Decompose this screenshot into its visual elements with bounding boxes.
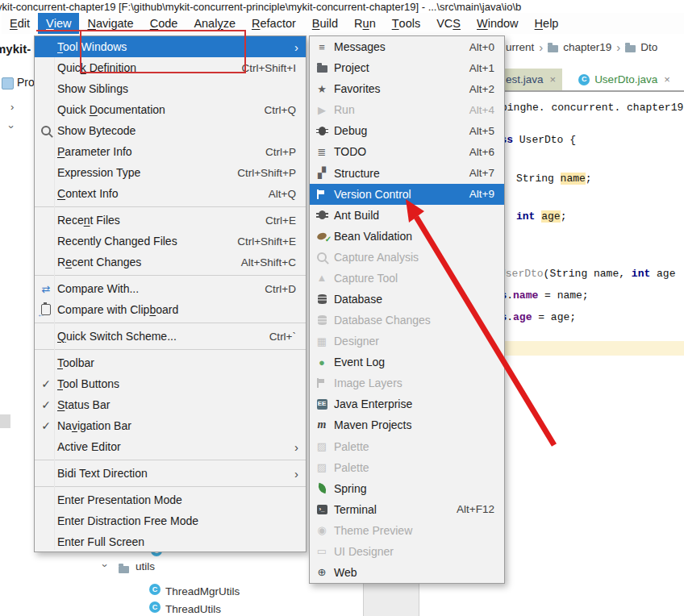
menu-item-label: Status Bar bbox=[57, 398, 110, 411]
tool-windows-item-database[interactable]: Database bbox=[310, 289, 504, 310]
menu-item-icon-cell bbox=[35, 304, 57, 315]
menubar-item-build[interactable]: Build bbox=[304, 13, 346, 34]
tool-windows-item-favorites[interactable]: ★FavoritesAlt+2 bbox=[310, 78, 504, 99]
breadcrumb[interactable]: mykit- bbox=[0, 42, 31, 56]
chevron-down-icon[interactable]: › bbox=[6, 125, 18, 128]
tool-windows-item-ant-build[interactable]: Ant Build bbox=[310, 205, 504, 226]
menubar-item-refactor[interactable]: Refactor bbox=[244, 13, 304, 34]
tool-windows-item-java-enterprise[interactable]: EEJava Enterprise bbox=[310, 393, 504, 414]
close-tab-icon[interactable]: × bbox=[662, 73, 670, 85]
breadcrumb-item[interactable]: chapter19 bbox=[563, 41, 611, 53]
view-menu-item-active-editor[interactable]: Active Editor› bbox=[35, 436, 306, 457]
menu-item-label: Bean Validation bbox=[334, 230, 412, 243]
view-menu-item-recent-changes[interactable]: Recent ChangesAlt+Shift+C bbox=[35, 252, 306, 273]
chevron-right-icon[interactable]: › bbox=[10, 101, 14, 113]
todo-icon: ≣ bbox=[317, 147, 327, 157]
view-menu-item-tool-buttons[interactable]: ✓Tool Buttons bbox=[35, 373, 306, 394]
view-menu-item-recent-files[interactable]: Recent FilesCtrl+E bbox=[35, 210, 306, 231]
menubar-item-tools[interactable]: Tools bbox=[384, 13, 428, 34]
tool-windows-item-debug[interactable]: DebugAlt+5 bbox=[310, 120, 504, 141]
view-menu-item-status-bar[interactable]: ✓Status Bar bbox=[35, 394, 306, 415]
view-menu-item-parameter-info[interactable]: Parameter InfoCtrl+P bbox=[35, 141, 306, 162]
tool-windows-item-event-log[interactable]: ●Event Log bbox=[310, 352, 504, 373]
menu-item-icon-cell bbox=[310, 378, 334, 388]
tab-label: est.java bbox=[506, 73, 544, 85]
menu-item-shortcut: Ctrl+Q bbox=[265, 104, 306, 116]
view-menu-item-enter-full-screen[interactable]: Enter Full Screen bbox=[35, 531, 306, 552]
tool-windows-item-todo[interactable]: ≣TODOAlt+6 bbox=[310, 141, 504, 162]
menu-item-label: Messages bbox=[334, 40, 386, 53]
tool-windows-item-image-layers[interactable]: Image Layers bbox=[310, 373, 504, 393]
tool-windows-item-bean-validation[interactable]: Bean Validation bbox=[310, 226, 504, 247]
menu-item-icon-cell: ▲ bbox=[310, 273, 334, 283]
menubar-item-window[interactable]: Window bbox=[469, 13, 527, 34]
tool-windows-item-palette[interactable]: ▨Palette bbox=[310, 457, 504, 478]
view-menu-item-enter-presentation-mode[interactable]: Enter Presentation Mode bbox=[35, 489, 306, 510]
view-menu-item-navigation-bar[interactable]: ✓Navigation Bar bbox=[35, 415, 306, 436]
menubar-item-run[interactable]: Run bbox=[346, 13, 384, 34]
tool-windows-item-theme-preview[interactable]: ◉Theme Preview bbox=[310, 520, 504, 541]
chevron-down-icon[interactable]: › bbox=[99, 564, 111, 567]
view-menu-item-expression-type[interactable]: Expression TypeCtrl+Shift+P bbox=[35, 162, 306, 183]
view-menu-item-bidi-text-direction[interactable]: Bidi Text Direction› bbox=[35, 463, 306, 484]
view-menu-item-compare-with-clipboard[interactable]: Compare with Clipboard bbox=[35, 299, 306, 320]
tool-windows-item-palette[interactable]: ▨Palette bbox=[310, 435, 504, 456]
view-menu-item-recently-changed-files[interactable]: Recently Changed FilesCtrl+Shift+E bbox=[35, 231, 306, 252]
menubar-item-vcs[interactable]: VCS bbox=[428, 13, 469, 34]
menubar-item-edit[interactable]: Edit bbox=[2, 13, 38, 34]
menu-item-label: Quick Documentation bbox=[57, 103, 165, 116]
menu-item-label: Show Bytecode bbox=[57, 124, 136, 137]
tool-windows-item-capture-analysis[interactable]: Capture Analysis bbox=[310, 247, 504, 268]
tool-windows-item-structure[interactable]: ▞StructureAlt+7 bbox=[310, 162, 504, 183]
code-line: UserDto(String name, int age bbox=[499, 268, 675, 281]
view-menu-item-tool-windows[interactable]: Tool Windows› bbox=[35, 36, 306, 57]
tool-windows-item-version-control[interactable]: Version ControlAlt+9 bbox=[310, 184, 504, 205]
annotation-rectangle bbox=[36, 30, 246, 31]
view-menu-item-context-info[interactable]: Context InfoAlt+Q bbox=[35, 183, 306, 204]
project-tool-window-icon bbox=[2, 77, 14, 89]
menu-item-label: Web bbox=[334, 566, 357, 579]
debug-icon bbox=[319, 127, 326, 135]
menu-item-icon-cell: ›_ bbox=[310, 505, 334, 514]
breadcrumb-item[interactable]: urrent bbox=[506, 41, 534, 53]
breadcrumb-item[interactable]: Dto bbox=[640, 41, 657, 53]
view-menu-item-quick-definition[interactable]: Quick DefinitionCtrl+Shift+I bbox=[35, 57, 306, 78]
tree-item-utils[interactable]: utils bbox=[136, 560, 155, 572]
menu-item-icon-cell: ▶ bbox=[310, 105, 334, 115]
menu-item-label: Enter Presentation Mode bbox=[57, 493, 182, 506]
tool-windows-item-ui-designer[interactable]: ▭UI Designer bbox=[310, 541, 504, 562]
menu-item-shortcut: Alt+2 bbox=[469, 83, 504, 95]
tool-window-stripe-button[interactable] bbox=[0, 414, 10, 428]
tree-item-threadmgrutils[interactable]: ThreadMgrUtils bbox=[165, 585, 240, 597]
menu-item-label: Palette bbox=[334, 461, 369, 474]
menu-item-label: Enter Distraction Free Mode bbox=[57, 514, 198, 527]
tool-windows-item-database-changes[interactable]: Database Changes bbox=[310, 310, 504, 331]
tool-windows-item-messages[interactable]: ≡MessagesAlt+0 bbox=[310, 36, 504, 57]
project-tool-window-tab[interactable]: Pro bbox=[17, 76, 35, 89]
view-menu-item-quick-documentation[interactable]: Quick DocumentationCtrl+Q bbox=[35, 99, 306, 120]
tool-windows-item-maven-projects[interactable]: mMaven Projects bbox=[310, 414, 504, 435]
menu-item-shortcut: Ctrl+Shift+P bbox=[237, 167, 306, 179]
view-menu-item-toolbar[interactable]: Toolbar bbox=[35, 352, 306, 373]
tree-item-threadutils[interactable]: ThreadUtils bbox=[165, 603, 221, 615]
menu-item-shortcut: Alt+7 bbox=[469, 167, 504, 179]
view-menu-item-show-siblings[interactable]: Show Siblings bbox=[35, 78, 306, 99]
view-menu-item-compare-with[interactable]: ⇄Compare With...Ctrl+D bbox=[35, 278, 306, 299]
menubar-item-help[interactable]: Help bbox=[527, 13, 567, 34]
tool-windows-item-spring[interactable]: Spring bbox=[310, 478, 504, 499]
view-menu-item-quick-switch-scheme[interactable]: Quick Switch Scheme...Ctrl+` bbox=[35, 326, 306, 347]
menu-item-label: Run bbox=[334, 103, 355, 116]
tool-windows-item-capture-tool[interactable]: ▲Capture Tool bbox=[310, 268, 504, 289]
menu-item-shortcut: Alt+Shift+C bbox=[241, 256, 306, 268]
close-tab-icon[interactable]: × bbox=[548, 73, 557, 85]
editor-tab-userdto-java[interactable]: CUserDto.java× bbox=[572, 69, 677, 90]
view-menu-item-enter-distraction-free-mode[interactable]: Enter Distraction Free Mode bbox=[35, 510, 306, 531]
tool-windows-item-designer[interactable]: ▦Designer bbox=[310, 331, 504, 352]
tool-windows-item-run[interactable]: ▶RunAlt+4 bbox=[310, 99, 504, 120]
compare-icon: ⇄ bbox=[41, 284, 52, 294]
tool-windows-item-project[interactable]: ProjectAlt+1 bbox=[310, 57, 504, 78]
view-menu-item-show-bytecode[interactable]: Show Bytecode bbox=[35, 120, 306, 141]
tool-windows-item-terminal[interactable]: ›_TerminalAlt+F12 bbox=[310, 499, 504, 520]
menu-item-label: Tool Windows bbox=[57, 40, 127, 53]
tool-windows-item-web[interactable]: ⊕Web bbox=[310, 562, 504, 583]
